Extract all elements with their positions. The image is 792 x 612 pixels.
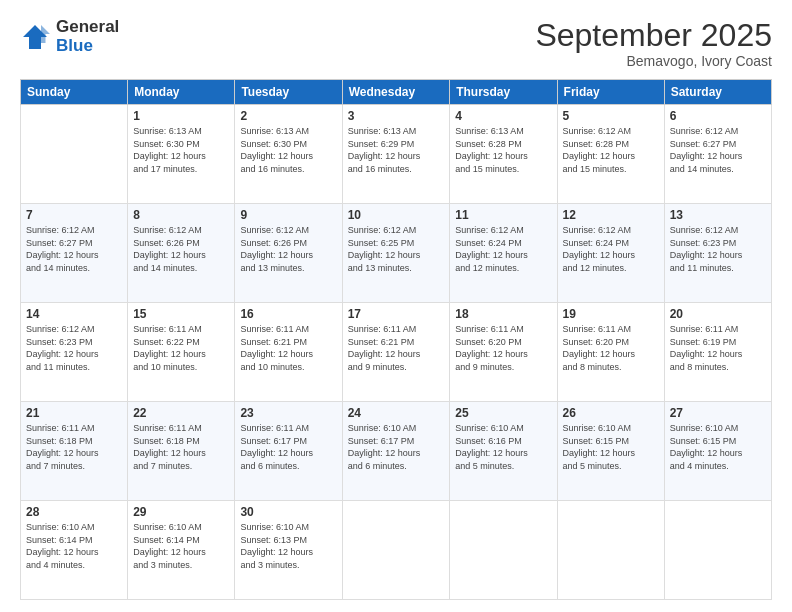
logo-blue: Blue [56, 37, 119, 56]
day-info: Sunrise: 6:11 AM Sunset: 6:21 PM Dayligh… [240, 323, 336, 373]
day-number: 26 [563, 406, 659, 420]
day-number: 19 [563, 307, 659, 321]
logo-general: General [56, 18, 119, 37]
day-info: Sunrise: 6:12 AM Sunset: 6:26 PM Dayligh… [240, 224, 336, 274]
day-info: Sunrise: 6:10 AM Sunset: 6:16 PM Dayligh… [455, 422, 551, 472]
day-info: Sunrise: 6:11 AM Sunset: 6:18 PM Dayligh… [26, 422, 122, 472]
day-info: Sunrise: 6:11 AM Sunset: 6:19 PM Dayligh… [670, 323, 766, 373]
day-number: 21 [26, 406, 122, 420]
week-row-2: 7Sunrise: 6:12 AM Sunset: 6:27 PM Daylig… [21, 204, 772, 303]
day-info: Sunrise: 6:11 AM Sunset: 6:17 PM Dayligh… [240, 422, 336, 472]
table-cell: 15Sunrise: 6:11 AM Sunset: 6:22 PM Dayli… [128, 303, 235, 402]
day-number: 24 [348, 406, 445, 420]
day-number: 18 [455, 307, 551, 321]
col-friday: Friday [557, 80, 664, 105]
day-info: Sunrise: 6:12 AM Sunset: 6:28 PM Dayligh… [563, 125, 659, 175]
day-number: 4 [455, 109, 551, 123]
table-cell: 7Sunrise: 6:12 AM Sunset: 6:27 PM Daylig… [21, 204, 128, 303]
table-cell: 11Sunrise: 6:12 AM Sunset: 6:24 PM Dayli… [450, 204, 557, 303]
table-cell: 22Sunrise: 6:11 AM Sunset: 6:18 PM Dayli… [128, 402, 235, 501]
day-number: 14 [26, 307, 122, 321]
col-thursday: Thursday [450, 80, 557, 105]
day-info: Sunrise: 6:12 AM Sunset: 6:26 PM Dayligh… [133, 224, 229, 274]
week-row-4: 21Sunrise: 6:11 AM Sunset: 6:18 PM Dayli… [21, 402, 772, 501]
table-cell: 19Sunrise: 6:11 AM Sunset: 6:20 PM Dayli… [557, 303, 664, 402]
logo: General Blue [20, 18, 119, 55]
day-number: 30 [240, 505, 336, 519]
svg-marker-1 [41, 25, 50, 43]
day-number: 28 [26, 505, 122, 519]
table-cell [21, 105, 128, 204]
table-cell: 4Sunrise: 6:13 AM Sunset: 6:28 PM Daylig… [450, 105, 557, 204]
day-number: 2 [240, 109, 336, 123]
day-info: Sunrise: 6:12 AM Sunset: 6:23 PM Dayligh… [26, 323, 122, 373]
day-info: Sunrise: 6:10 AM Sunset: 6:13 PM Dayligh… [240, 521, 336, 571]
day-info: Sunrise: 6:11 AM Sunset: 6:22 PM Dayligh… [133, 323, 229, 373]
day-number: 23 [240, 406, 336, 420]
day-info: Sunrise: 6:11 AM Sunset: 6:20 PM Dayligh… [563, 323, 659, 373]
day-number: 11 [455, 208, 551, 222]
day-info: Sunrise: 6:10 AM Sunset: 6:15 PM Dayligh… [670, 422, 766, 472]
week-row-1: 1Sunrise: 6:13 AM Sunset: 6:30 PM Daylig… [21, 105, 772, 204]
col-tuesday: Tuesday [235, 80, 342, 105]
table-cell [664, 501, 771, 600]
col-saturday: Saturday [664, 80, 771, 105]
table-cell: 28Sunrise: 6:10 AM Sunset: 6:14 PM Dayli… [21, 501, 128, 600]
day-info: Sunrise: 6:13 AM Sunset: 6:30 PM Dayligh… [240, 125, 336, 175]
day-info: Sunrise: 6:12 AM Sunset: 6:25 PM Dayligh… [348, 224, 445, 274]
table-cell: 5Sunrise: 6:12 AM Sunset: 6:28 PM Daylig… [557, 105, 664, 204]
calendar: Sunday Monday Tuesday Wednesday Thursday… [20, 79, 772, 600]
table-cell [342, 501, 450, 600]
day-number: 20 [670, 307, 766, 321]
day-number: 6 [670, 109, 766, 123]
title-block: September 2025 Bemavogo, Ivory Coast [535, 18, 772, 69]
table-cell: 8Sunrise: 6:12 AM Sunset: 6:26 PM Daylig… [128, 204, 235, 303]
day-number: 10 [348, 208, 445, 222]
table-cell: 1Sunrise: 6:13 AM Sunset: 6:30 PM Daylig… [128, 105, 235, 204]
day-info: Sunrise: 6:10 AM Sunset: 6:15 PM Dayligh… [563, 422, 659, 472]
day-number: 16 [240, 307, 336, 321]
table-cell [450, 501, 557, 600]
page: General Blue September 2025 Bemavogo, Iv… [0, 0, 792, 612]
table-cell: 9Sunrise: 6:12 AM Sunset: 6:26 PM Daylig… [235, 204, 342, 303]
logo-text: General Blue [56, 18, 119, 55]
day-info: Sunrise: 6:11 AM Sunset: 6:21 PM Dayligh… [348, 323, 445, 373]
day-number: 17 [348, 307, 445, 321]
month-title: September 2025 [535, 18, 772, 53]
table-cell: 25Sunrise: 6:10 AM Sunset: 6:16 PM Dayli… [450, 402, 557, 501]
day-info: Sunrise: 6:12 AM Sunset: 6:27 PM Dayligh… [670, 125, 766, 175]
location-subtitle: Bemavogo, Ivory Coast [535, 53, 772, 69]
day-info: Sunrise: 6:11 AM Sunset: 6:20 PM Dayligh… [455, 323, 551, 373]
table-cell: 29Sunrise: 6:10 AM Sunset: 6:14 PM Dayli… [128, 501, 235, 600]
table-cell: 12Sunrise: 6:12 AM Sunset: 6:24 PM Dayli… [557, 204, 664, 303]
table-cell [557, 501, 664, 600]
table-cell: 21Sunrise: 6:11 AM Sunset: 6:18 PM Dayli… [21, 402, 128, 501]
day-number: 29 [133, 505, 229, 519]
col-wednesday: Wednesday [342, 80, 450, 105]
table-cell: 3Sunrise: 6:13 AM Sunset: 6:29 PM Daylig… [342, 105, 450, 204]
day-number: 22 [133, 406, 229, 420]
table-cell: 2Sunrise: 6:13 AM Sunset: 6:30 PM Daylig… [235, 105, 342, 204]
day-number: 27 [670, 406, 766, 420]
col-monday: Monday [128, 80, 235, 105]
day-info: Sunrise: 6:10 AM Sunset: 6:17 PM Dayligh… [348, 422, 445, 472]
table-cell: 30Sunrise: 6:10 AM Sunset: 6:13 PM Dayli… [235, 501, 342, 600]
day-info: Sunrise: 6:12 AM Sunset: 6:27 PM Dayligh… [26, 224, 122, 274]
table-cell: 17Sunrise: 6:11 AM Sunset: 6:21 PM Dayli… [342, 303, 450, 402]
day-info: Sunrise: 6:11 AM Sunset: 6:18 PM Dayligh… [133, 422, 229, 472]
day-info: Sunrise: 6:10 AM Sunset: 6:14 PM Dayligh… [26, 521, 122, 571]
table-cell: 27Sunrise: 6:10 AM Sunset: 6:15 PM Dayli… [664, 402, 771, 501]
day-number: 15 [133, 307, 229, 321]
table-cell: 23Sunrise: 6:11 AM Sunset: 6:17 PM Dayli… [235, 402, 342, 501]
table-cell: 14Sunrise: 6:12 AM Sunset: 6:23 PM Dayli… [21, 303, 128, 402]
table-cell: 18Sunrise: 6:11 AM Sunset: 6:20 PM Dayli… [450, 303, 557, 402]
header: General Blue September 2025 Bemavogo, Iv… [20, 18, 772, 69]
week-row-3: 14Sunrise: 6:12 AM Sunset: 6:23 PM Dayli… [21, 303, 772, 402]
day-info: Sunrise: 6:13 AM Sunset: 6:28 PM Dayligh… [455, 125, 551, 175]
day-info: Sunrise: 6:13 AM Sunset: 6:30 PM Dayligh… [133, 125, 229, 175]
day-info: Sunrise: 6:12 AM Sunset: 6:23 PM Dayligh… [670, 224, 766, 274]
calendar-header-row: Sunday Monday Tuesday Wednesday Thursday… [21, 80, 772, 105]
week-row-5: 28Sunrise: 6:10 AM Sunset: 6:14 PM Dayli… [21, 501, 772, 600]
day-number: 25 [455, 406, 551, 420]
day-number: 13 [670, 208, 766, 222]
